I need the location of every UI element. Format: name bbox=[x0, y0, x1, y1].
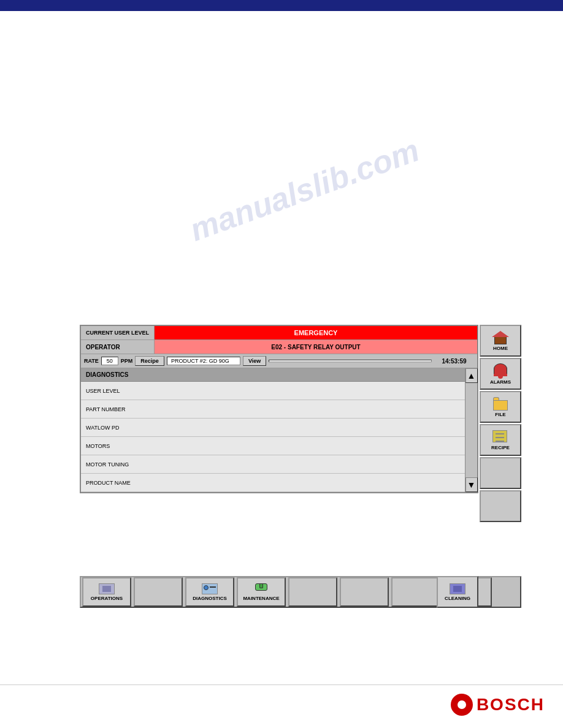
recipe-button-label: RECIPE bbox=[491, 445, 510, 450]
footer: BOSCH bbox=[451, 694, 545, 716]
list-item-label: MOTORS bbox=[86, 443, 110, 449]
ui-panel: CURRENT USER LEVEL EMERGENCY OPERATOR E0… bbox=[80, 325, 478, 493]
file-icon bbox=[493, 397, 508, 411]
page-wrapper: manualslib.com CURRENT USER LEVEL EMERGE… bbox=[0, 0, 563, 728]
diagnostics-header: DIAGNOSTICS bbox=[81, 368, 465, 382]
recipe-icon bbox=[492, 430, 508, 444]
watermark: manualslib.com bbox=[185, 132, 424, 249]
list-item-label: PART NUMBER bbox=[86, 406, 126, 412]
rate-label: RATE bbox=[84, 358, 99, 364]
header-row-2: OPERATOR E02 - SAFETY RELAY OUTPUT bbox=[81, 340, 477, 354]
maintenance-icon bbox=[253, 583, 269, 594]
maintenance-button[interactable]: MAINTENANCE bbox=[237, 577, 286, 607]
rate-value: 50 bbox=[101, 357, 118, 365]
file-button-label: FILE bbox=[495, 412, 505, 417]
operations-icon bbox=[99, 583, 115, 594]
bosch-logo-circle bbox=[451, 694, 473, 716]
list-item-label: PRODUCT NAME bbox=[86, 480, 131, 486]
bosch-brand-name: BOSCH bbox=[477, 695, 545, 715]
bottom-empty-7 bbox=[391, 577, 440, 607]
list-item[interactable]: PRODUCT NAME bbox=[81, 474, 465, 492]
list-item-label: USER LEVEL bbox=[86, 388, 120, 394]
alarm-icon bbox=[494, 363, 507, 378]
operator-label: OPERATOR bbox=[81, 340, 155, 354]
scroll-up-button[interactable]: ▲ bbox=[465, 368, 478, 383]
list-item[interactable]: MOTOR TUNING bbox=[81, 455, 465, 474]
bosch-logo-inner bbox=[458, 700, 466, 709]
cleaning-button[interactable]: CLEANING bbox=[437, 576, 478, 608]
alarms-button-label: ALARMS bbox=[490, 379, 511, 385]
list-item[interactable]: MOTORS bbox=[81, 437, 465, 455]
file-sidebar-button[interactable]: FILE bbox=[480, 391, 521, 423]
cleaning-button-label: CLEANING bbox=[445, 596, 470, 601]
scroll-down-button[interactable]: ▼ bbox=[465, 477, 478, 492]
bottom-empty-6 bbox=[340, 577, 389, 607]
header-row-1: CURRENT USER LEVEL EMERGENCY bbox=[81, 326, 477, 340]
recipe-sidebar-button[interactable]: RECIPE bbox=[480, 424, 521, 456]
top-banner bbox=[0, 0, 563, 11]
user-level-label: CURRENT USER LEVEL bbox=[81, 326, 155, 339]
diagnostics-button-label: DIAGNOSTICS bbox=[193, 596, 227, 601]
ppm-label: PPM bbox=[121, 358, 133, 364]
operations-button-label: OPERATIONS bbox=[91, 596, 123, 601]
content-area: DIAGNOSTICS USER LEVEL PART NUMBER WATLO… bbox=[81, 368, 477, 492]
diagnostics-icon bbox=[202, 583, 218, 594]
toolbar-time: 14:53:59 bbox=[434, 357, 474, 366]
home-icon bbox=[492, 331, 509, 344]
list-item-label: MOTOR TUNING bbox=[86, 461, 129, 468]
alarms-sidebar-button[interactable]: ALARMS bbox=[480, 358, 521, 390]
view-button[interactable]: View bbox=[243, 356, 266, 366]
bosch-logo: BOSCH bbox=[451, 694, 545, 716]
right-sidebar: HOME ALARMS FILE bbox=[480, 325, 523, 522]
recipe-value: PRODUCT #2: GD 90G bbox=[167, 357, 240, 365]
list-item[interactable]: USER LEVEL bbox=[81, 382, 465, 400]
emergency-banner: EMERGENCY bbox=[155, 326, 477, 339]
list-item[interactable]: PART NUMBER bbox=[81, 400, 465, 419]
toolbar-row: RATE 50 PPM Recipe PRODUCT #2: GD 90G Vi… bbox=[81, 354, 477, 368]
list-item-label: WATLOW PD bbox=[86, 425, 120, 431]
cleaning-icon bbox=[450, 583, 465, 594]
home-sidebar-button[interactable]: HOME bbox=[480, 325, 521, 357]
bottom-empty-5 bbox=[288, 577, 337, 607]
sidebar-empty-5 bbox=[480, 457, 521, 489]
maintenance-button-label: MAINTENANCE bbox=[243, 596, 279, 601]
operations-button[interactable]: OPERATIONS bbox=[82, 577, 131, 607]
recipe-button[interactable]: Recipe bbox=[135, 356, 164, 366]
safety-relay-banner: E02 - SAFETY RELAY OUTPUT bbox=[155, 340, 477, 354]
list-item[interactable]: WATLOW PD bbox=[81, 419, 465, 437]
list-panel: DIAGNOSTICS USER LEVEL PART NUMBER WATLO… bbox=[81, 368, 465, 492]
scroll-panel: ▲ ▼ bbox=[465, 368, 477, 492]
home-button-label: HOME bbox=[493, 346, 508, 351]
diagnostics-button[interactable]: DIAGNOSTICS bbox=[185, 577, 234, 607]
bottom-empty-2 bbox=[134, 577, 183, 607]
sidebar-empty-6 bbox=[480, 490, 521, 522]
view-value bbox=[269, 360, 432, 362]
footer-line bbox=[0, 684, 563, 685]
